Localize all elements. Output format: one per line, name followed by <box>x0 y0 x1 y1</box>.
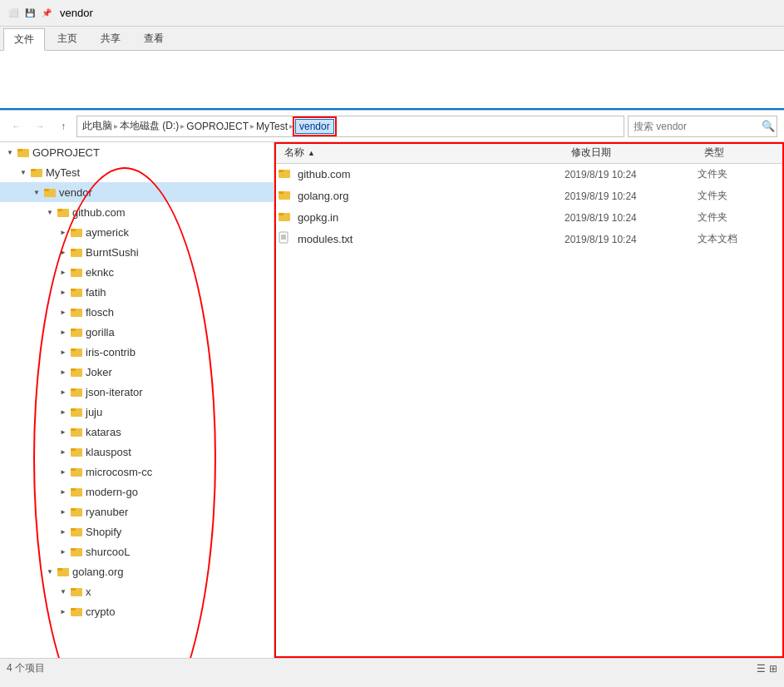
left-panel: ▼ GOPROJECT ▼ MyTest ▼ vendor ▼ g <box>0 142 274 658</box>
expand-shurcool[interactable]: ► <box>57 545 70 558</box>
tree-item-joker[interactable]: ► Joker <box>0 362 274 382</box>
tree-item-juju[interactable]: ► juju <box>0 402 274 422</box>
tree-item-aymerick[interactable]: ► aymerick <box>0 222 274 242</box>
expand-iriscontrib[interactable]: ► <box>57 345 70 358</box>
back-button[interactable]: ← <box>7 116 27 136</box>
expand-crypto[interactable]: ► <box>57 605 70 618</box>
tree-item-crypto[interactable]: ► crypto <box>0 601 274 621</box>
tree-label-aymerick: aymerick <box>86 226 129 239</box>
expand-gorilla[interactable]: ► <box>57 325 70 339</box>
expand-jsoniterator[interactable]: ► <box>57 385 70 398</box>
svg-rect-11 <box>71 249 76 251</box>
tree-item-burntsushi[interactable]: ► BurntSushi <box>0 242 274 262</box>
tree-item-iriscontrib[interactable]: ► iris-contrib <box>0 342 274 362</box>
breadcrumb-this-pc[interactable]: 此电脑 <box>82 119 112 133</box>
tree-item-shopify[interactable]: ► Shopify <box>0 521 274 541</box>
tree-item-shurcool[interactable]: ► shurcooL <box>0 541 274 561</box>
tree-label-gorilla: gorilla <box>86 326 115 339</box>
svg-rect-27 <box>71 408 76 411</box>
tree-item-githubcom[interactable]: ▼ github.com <box>0 202 274 222</box>
expand-x[interactable]: ▼ <box>57 585 70 598</box>
tree-item-flosch[interactable]: ► flosch <box>0 302 274 322</box>
tree-item-gorilla[interactable]: ► gorilla <box>0 322 274 342</box>
file-row-gopkgin[interactable]: gopkg.in 2019/8/19 10:24 文件夹 <box>274 207 784 229</box>
detail-view-icon[interactable]: ⊞ <box>769 663 777 675</box>
folder-icon-eknkc <box>70 265 83 279</box>
breadcrumb-mytest[interactable]: MyTest <box>256 121 288 132</box>
svg-rect-51 <box>279 191 284 194</box>
quick-access-icon[interactable]: 📌 <box>40 7 53 20</box>
tree-label-iriscontrib: iris-contrib <box>86 346 136 358</box>
tree-item-golangorg[interactable]: ▼ golang.org <box>0 561 274 581</box>
save-icon[interactable]: 💾 <box>23 7 37 20</box>
svg-rect-53 <box>279 213 284 215</box>
minimize-icon[interactable]: ⬜ <box>7 7 20 20</box>
folder-icon-shurcool <box>70 545 83 558</box>
breadcrumb-vendor[interactable]: vendor <box>295 119 334 134</box>
tree-item-klauspost[interactable]: ► klauspost <box>0 442 274 462</box>
expand-fatih[interactable]: ► <box>57 285 70 299</box>
tree-label-klauspost: klauspost <box>86 446 131 458</box>
col-header-name[interactable]: 名称 ▲ <box>278 142 565 163</box>
folder-icon-shopify <box>70 525 83 538</box>
tree-label-burntsushi: BurntSushi <box>86 246 139 259</box>
tree-item-moderngo[interactable]: ► modern-go <box>0 482 274 502</box>
expand-vendor[interactable]: ▼ <box>30 185 43 199</box>
expand-aymerick[interactable]: ► <box>57 225 70 239</box>
expand-joker[interactable]: ► <box>57 365 70 378</box>
file-row-githubcom[interactable]: github.com 2019/8/19 10:24 文件夹 <box>274 164 784 185</box>
search-box[interactable]: 🔍 <box>628 116 777 137</box>
tree-item-goproject[interactable]: ▼ GOPROJECT <box>0 142 274 162</box>
expand-burntsushi[interactable]: ► <box>57 245 70 259</box>
file-row-golangorg[interactable]: golang.org 2019/8/19 10:24 文件夹 <box>274 185 784 207</box>
tree-item-fatih[interactable]: ► fatih <box>0 282 274 302</box>
tree-label-crypto: crypto <box>86 605 115 618</box>
expand-microcosmcc[interactable]: ► <box>57 465 70 478</box>
breadcrumb-drive-d[interactable]: 本地磁盘 (D:) <box>120 119 179 133</box>
expand-shopify[interactable]: ► <box>57 525 70 538</box>
folder-icon-crypto <box>70 605 83 618</box>
status-item-count: 4 个项目 <box>7 661 45 675</box>
expand-golangorg[interactable]: ▼ <box>43 565 57 578</box>
tree-label-fatih: fatih <box>86 286 106 299</box>
breadcrumb-goproject[interactable]: GOPROJECT <box>186 121 249 132</box>
expand-githubcom[interactable]: ▼ <box>43 205 57 219</box>
tree-item-ryanuber[interactable]: ► ryanuber <box>0 502 274 521</box>
tree-item-vendor[interactable]: ▼ vendor <box>0 182 274 202</box>
col-header-date[interactable]: 修改日期 <box>565 142 698 163</box>
up-button[interactable]: ↑ <box>53 116 73 136</box>
list-view-icon[interactable]: ☰ <box>757 663 766 675</box>
expand-eknkc[interactable]: ► <box>57 265 70 279</box>
file-row-modulestxt[interactable]: modules.txt 2019/8/19 10:24 文本文档 <box>274 229 784 250</box>
tree-label-shurcool: shurcooL <box>86 546 130 558</box>
expand-moderngo[interactable]: ► <box>57 485 70 498</box>
tree-item-microcosmcc[interactable]: ► microcosm-cc <box>0 462 274 482</box>
expand-flosch[interactable]: ► <box>57 305 70 319</box>
folder-icon-mytest <box>30 166 43 179</box>
tree-item-kataras[interactable]: ► kataras <box>0 422 274 442</box>
file-type-golangorg: 文件夹 <box>698 189 781 203</box>
tab-home[interactable]: 主页 <box>47 27 88 50</box>
svg-rect-39 <box>71 528 76 531</box>
file-date-githubcom: 2019/8/19 10:24 <box>565 169 698 180</box>
col-header-type[interactable]: 类型 <box>698 142 781 163</box>
tab-view[interactable]: 查看 <box>133 27 175 50</box>
forward-button[interactable]: → <box>30 116 50 136</box>
tree-item-eknkc[interactable]: ► eknkc <box>0 262 274 282</box>
expand-juju[interactable]: ► <box>57 405 70 418</box>
expand-kataras[interactable]: ► <box>57 425 70 438</box>
breadcrumb-bar: 此电脑 ▸ 本地磁盘 (D:) ▸ GOPROJECT ▸ MyTest ▸ v… <box>76 116 624 137</box>
tree-item-x[interactable]: ▼ x <box>0 581 274 601</box>
tab-share[interactable]: 共享 <box>90 27 131 50</box>
expand-ryanuber[interactable]: ► <box>57 505 70 518</box>
expand-mytest[interactable]: ▼ <box>17 166 30 179</box>
expand-klauspost[interactable]: ► <box>57 445 70 458</box>
tree-item-jsoniterator[interactable]: ► json-iterator <box>0 382 274 402</box>
expand-goproject[interactable]: ▼ <box>3 146 17 159</box>
folder-icon-vendor <box>43 185 57 199</box>
tab-file[interactable]: 文件 <box>3 28 45 51</box>
view-mode-buttons: ☰ ⊞ <box>757 663 777 675</box>
search-input[interactable] <box>634 121 758 132</box>
ribbon-tabs: 文件 主页 共享 查看 <box>0 27 784 50</box>
tree-item-mytest[interactable]: ▼ MyTest <box>0 162 274 182</box>
